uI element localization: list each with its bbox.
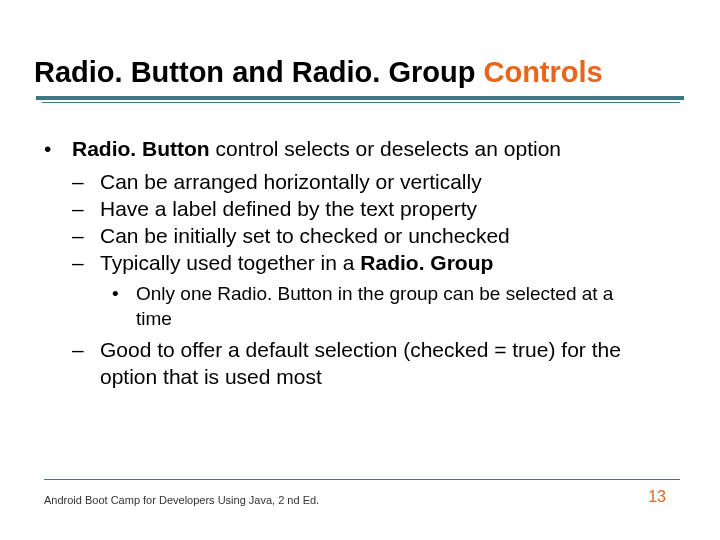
bullet-dot-icon: • bbox=[38, 136, 72, 163]
dash-prefix: Typically used together in a bbox=[100, 251, 360, 274]
dash-icon: – bbox=[72, 169, 100, 196]
bullet-dot-icon: • bbox=[108, 282, 136, 331]
dash-text: Can be initially set to checked or unche… bbox=[100, 223, 690, 250]
page-number: 13 bbox=[648, 488, 666, 506]
sub-bullet-text: Only one Radio. Button in the group can … bbox=[136, 282, 690, 331]
dash-item: – Have a label defined by the text prope… bbox=[72, 196, 690, 223]
bold-term: Radio. Button bbox=[72, 137, 210, 160]
title-main: Radio. Button and Radio. Group bbox=[34, 56, 483, 88]
dash-item: – Can be arranged horizontally or vertic… bbox=[72, 169, 690, 196]
title-accent: Controls bbox=[483, 56, 602, 88]
bullet-level1: • Radio. Button control selects or desel… bbox=[38, 136, 690, 163]
dash-text: Good to offer a default selection (check… bbox=[100, 337, 690, 391]
bold-term: Radio. Group bbox=[360, 251, 493, 274]
bullet-text: Radio. Button control selects or deselec… bbox=[72, 136, 690, 163]
dash-item: – Can be initially set to checked or unc… bbox=[72, 223, 690, 250]
slide: Radio. Button and Radio. Group Controls … bbox=[0, 0, 720, 540]
dash-item: – Typically used together in a Radio. Gr… bbox=[72, 250, 690, 277]
dash-item: – Good to offer a default selection (che… bbox=[72, 337, 690, 391]
dash-text: Can be arranged horizontally or vertical… bbox=[100, 169, 690, 196]
dash-icon: – bbox=[72, 223, 100, 250]
dash-icon: – bbox=[72, 337, 100, 391]
bullet-rest: control selects or deselects an option bbox=[210, 137, 561, 160]
dash-icon: – bbox=[72, 196, 100, 223]
title-rule-thick bbox=[36, 96, 684, 100]
dash-text: Have a label defined by the text propert… bbox=[100, 196, 690, 223]
sub-bullet-item: • Only one Radio. Button in the group ca… bbox=[108, 282, 690, 331]
dash-icon: – bbox=[72, 250, 100, 277]
footer-text: Android Boot Camp for Developers Using J… bbox=[44, 494, 319, 506]
title-rule-thin bbox=[42, 102, 680, 103]
dash-text: Typically used together in a Radio. Grou… bbox=[100, 250, 690, 277]
footer-rule bbox=[44, 479, 680, 480]
body-content: • Radio. Button control selects or desel… bbox=[38, 136, 690, 391]
slide-title: Radio. Button and Radio. Group Controls bbox=[34, 56, 603, 89]
